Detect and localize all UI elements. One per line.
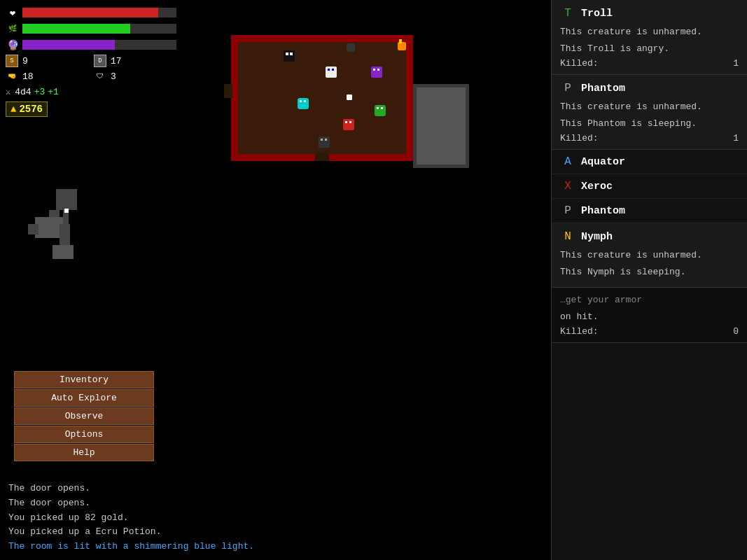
- troll-header: T Troll: [560, 6, 739, 21]
- phantom-1-killed-label: Killed:: [560, 133, 599, 144]
- phantom-1-desc1: This creature is unharmed.: [560, 100, 739, 114]
- inventory-button[interactable]: Inventory: [14, 371, 154, 388]
- troll-name: Troll: [581, 8, 613, 20]
- observe-button[interactable]: Observe: [14, 407, 154, 425]
- bottom-desc: …get your armor: [560, 293, 739, 307]
- weapon-bonus1: +3: [34, 87, 46, 97]
- phantom-1-killed-val: 1: [733, 133, 739, 144]
- nymph-name: Nymph: [581, 231, 613, 243]
- stats-panel: ❤️ 🌿 🔮 S 9 D 17 🤜 18 🛡 3: [0, 0, 182, 122]
- xeroc-item[interactable]: X Xeroc: [552, 174, 747, 199]
- dex-value: 17: [111, 56, 130, 66]
- svg-rect-18: [332, 69, 334, 71]
- msg-3: You picked up a Ecru Potion.: [8, 525, 545, 540]
- troll-killed-val: 1: [733, 58, 739, 69]
- weapon-bonus2: +1: [48, 87, 59, 97]
- phantom-section-1[interactable]: P Phantom This creature is unharmed. Thi…: [552, 75, 747, 150]
- mp-bar-bg: [22, 24, 176, 34]
- svg-rect-16: [326, 66, 337, 78]
- phantom-2-name: Phantom: [581, 205, 625, 217]
- svg-rect-15: [290, 52, 293, 55]
- aquator-icon: A: [560, 154, 575, 169]
- xp-bar-fill: [22, 40, 115, 50]
- msg-4: The room is lit with a shimmering blue l…: [8, 540, 545, 554]
- help-button[interactable]: Help: [14, 444, 154, 461]
- bottom-killed-label: Killed:: [560, 326, 599, 337]
- troll-killed-label: Killed:: [560, 58, 599, 69]
- svg-rect-2: [35, 217, 63, 238]
- shield-icon: 🛡: [94, 70, 106, 83]
- svg-rect-39: [315, 153, 329, 161]
- aquator-item[interactable]: A Aquator: [552, 150, 747, 174]
- troll-desc2: This Troll is angry.: [560, 42, 739, 56]
- weapon-row: ⚔️ 4d4 +3 +1: [6, 87, 176, 97]
- msg-1: The door opens.: [8, 496, 545, 511]
- minimap: [14, 161, 140, 290]
- message-log: The door opens. The door opens. You pick…: [0, 476, 553, 560]
- str-row: S 9: [6, 55, 88, 67]
- nymph-desc1: This creature is unharmed.: [560, 248, 739, 262]
- msg-0: The door opens.: [8, 482, 545, 496]
- svg-rect-33: [325, 139, 327, 141]
- dungeon-map: [224, 28, 525, 350]
- svg-rect-29: [377, 107, 379, 109]
- svg-rect-3: [28, 224, 39, 234]
- phantom-1-icon: P: [560, 80, 575, 96]
- svg-rect-27: [349, 121, 351, 123]
- svg-rect-4: [60, 224, 70, 245]
- phantom-item-2[interactable]: P Phantom: [552, 199, 747, 223]
- shield-value: 3: [111, 71, 130, 82]
- nymph-header: N Nymph: [560, 229, 739, 244]
- mp-bar-fill: [22, 24, 130, 34]
- hp-bar-bg: [22, 8, 176, 18]
- svg-rect-28: [375, 105, 386, 116]
- dex-row: D 17: [94, 55, 176, 67]
- xp-bar-row: 🔮: [6, 38, 176, 52]
- armor-icon: 🤜: [6, 70, 18, 83]
- mp-icon: 🌿: [6, 22, 20, 36]
- phantom-1-killed: Killed: 1: [560, 133, 739, 144]
- hp-bar-row: ❤️: [6, 6, 176, 20]
- svg-rect-19: [371, 66, 382, 78]
- auto-explore-button[interactable]: Auto Explore: [14, 389, 154, 407]
- weapon-icon: ⚔️: [6, 87, 11, 97]
- phantom-1-name: Phantom: [581, 83, 625, 94]
- svg-rect-12: [417, 88, 466, 164]
- svg-rect-31: [319, 136, 330, 148]
- armor-row: 🤜 18: [6, 70, 88, 83]
- svg-rect-26: [345, 121, 347, 123]
- nymph-desc2: This Nymph is sleeping.: [560, 265, 739, 279]
- svg-rect-30: [381, 107, 383, 109]
- svg-rect-6: [63, 203, 69, 224]
- str-icon: S: [6, 55, 18, 67]
- bottom-creature-section: …get your armor on hit. Killed: 0: [552, 288, 747, 343]
- svg-rect-32: [321, 139, 323, 141]
- svg-rect-25: [343, 119, 354, 130]
- svg-rect-36: [399, 39, 402, 43]
- svg-rect-34: [347, 94, 352, 100]
- svg-rect-7: [64, 209, 69, 213]
- str-value: 9: [22, 56, 42, 66]
- svg-rect-14: [286, 52, 288, 55]
- nymph-section[interactable]: N Nymph This creature is unharmed. This …: [552, 223, 747, 288]
- svg-rect-17: [328, 69, 330, 71]
- weapon-damage: 4d4: [15, 87, 31, 97]
- options-button[interactable]: Options: [14, 426, 154, 443]
- aquator-name: Aquator: [581, 156, 625, 168]
- mp-bar-row: 🌿: [6, 22, 176, 36]
- hp-icon: ❤️: [6, 6, 20, 20]
- minimap-svg: [14, 161, 140, 287]
- dex-icon: D: [94, 55, 106, 67]
- svg-rect-5: [53, 245, 74, 259]
- svg-rect-37: [347, 43, 355, 52]
- xeroc-icon: X: [560, 178, 575, 194]
- nymph-icon: N: [560, 229, 575, 244]
- svg-rect-38: [224, 84, 232, 98]
- xp-bar-bg: [22, 40, 176, 50]
- hp-bar-fill: [22, 8, 158, 18]
- right-panel[interactable]: T Troll This creature is unharmed. This …: [551, 0, 747, 560]
- armor-value: 18: [22, 71, 42, 82]
- troll-section[interactable]: T Troll This creature is unharmed. This …: [552, 0, 747, 75]
- action-menu: Inventory Auto Explore Observe Options H…: [14, 371, 154, 462]
- svg-rect-13: [284, 50, 295, 62]
